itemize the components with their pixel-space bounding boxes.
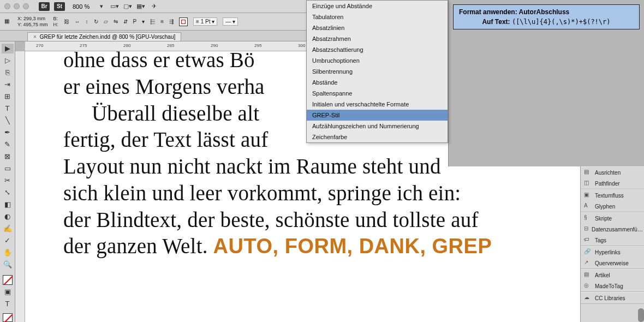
close-tab-icon[interactable]: ×: [33, 34, 37, 40]
crossref-icon: ↗: [584, 259, 592, 267]
panel-ausrichten[interactable]: ▤Ausrichten: [581, 167, 644, 178]
align-right-icon[interactable]: ⇶: [169, 19, 174, 25]
rotate-icon[interactable]: ↻: [94, 19, 98, 25]
stroke-weight[interactable]: ≡ 1 Pt ▾: [193, 17, 217, 26]
scale-y-icon[interactable]: ↕: [86, 19, 88, 25]
minimize-window-icon[interactable]: [14, 3, 20, 9]
menu-item[interactable]: Silbentrennung: [307, 66, 448, 77]
menu-item[interactable]: Zeichenfarbe: [307, 132, 448, 142]
panel-glyphen[interactable]: AGlyphen: [581, 201, 644, 212]
menu-item[interactable]: Initialen und verschachtelte Formate: [307, 99, 448, 110]
panel-cc-libraries[interactable]: ☁CC Libraries: [581, 293, 644, 303]
styled-grep-text: AUTO, FORM, DANK, GREP: [213, 235, 492, 258]
x-value[interactable]: 299,3 mm: [23, 16, 45, 21]
grep-style-info-panel: Format anwenden: AutorAbschluss Auf Text…: [448, 0, 644, 166]
maximize-window-icon[interactable]: [23, 3, 29, 9]
flip-v-icon[interactable]: ⇵: [123, 19, 128, 25]
screen-mode-icon[interactable]: ▢▾: [123, 2, 132, 11]
combo-icon[interactable]: ▾: [142, 19, 145, 25]
panel-madetotag[interactable]: ◎MadeToTag: [581, 281, 644, 291]
menu-item[interactable]: Tabulatoren: [307, 11, 448, 22]
panel-hyperlinks[interactable]: 🔗Hyperlinks: [581, 247, 644, 258]
window-controls: [4, 3, 34, 9]
article-icon: ▤: [584, 271, 592, 279]
arrange-icon[interactable]: ▦▾: [136, 2, 145, 11]
wh-coords: B: H:: [53, 16, 58, 27]
link-icon[interactable]: ⛓: [64, 19, 69, 25]
rocket-icon[interactable]: ✈: [150, 2, 158, 11]
menu-item[interactable]: Abstände: [307, 77, 448, 88]
align-icon: ▤: [584, 169, 592, 176]
scripts-icon: §: [584, 214, 592, 222]
glyphs-icon: A: [584, 202, 592, 210]
dock-scrollbar[interactable]: [638, 308, 644, 322]
menu-item[interactable]: Absatzrahmen: [307, 33, 448, 44]
bridge-button[interactable]: Br: [39, 2, 50, 11]
madetotag-icon: ◎: [584, 282, 592, 290]
menu-item[interactable]: Umbruchoptionen: [307, 55, 448, 66]
menu-item[interactable]: Absatzschattierung: [307, 44, 448, 55]
panel-dock: ▤Ausrichten ◫Pathfinder ▣Textumfluss AGl…: [580, 166, 644, 322]
shear-icon[interactable]: ▱: [104, 19, 108, 25]
grep-style-entry[interactable]: Format anwenden: AutorAbschluss Auf Text…: [453, 4, 640, 29]
xy-coords: X: 299,3 mm Y: 495,75 mm: [17, 16, 48, 27]
panel-skripte[interactable]: §Skripte: [581, 213, 644, 224]
menu-item[interactable]: Absatzlinien: [307, 22, 448, 33]
view-options-icon[interactable]: ▭▾: [110, 2, 119, 11]
chevron-down-icon[interactable]: ▾: [97, 2, 106, 11]
panel-artikel[interactable]: ▤Artikel: [581, 270, 644, 281]
panel-pathfinder[interactable]: ◫Pathfinder: [581, 178, 644, 189]
panel-datamerge[interactable]: ⊟Datenzusammenfü…: [581, 224, 644, 235]
paragraph-style-options-menu: Einzüge und Abstände Tabulatoren Absatzl…: [306, 0, 448, 143]
hyperlink-icon: 🔗: [584, 248, 592, 256]
stock-button[interactable]: St: [54, 2, 65, 11]
menu-item-grep-stil[interactable]: GREP-Stil: [307, 110, 448, 121]
pathfinder-icon: ◫: [584, 180, 592, 187]
document-tab-title: GREP für letzte Zeichen.indd @ 800 % [GP…: [40, 34, 175, 40]
cc-libraries-icon: ☁: [584, 294, 592, 302]
textwrap-icon: ▣: [584, 192, 592, 199]
reference-point-icon[interactable]: ▦: [4, 18, 12, 26]
menu-item[interactable]: Einzüge und Abstände: [307, 1, 448, 11]
menu-item[interactable]: Aufzählungszeichen und Nummerierung: [307, 121, 448, 132]
stroke-style[interactable]: — ▾: [223, 17, 238, 26]
align-left-icon[interactable]: ⬱: [150, 19, 155, 25]
y-value[interactable]: 495,75 mm: [23, 22, 48, 27]
scale-x-icon[interactable]: ↔: [75, 19, 80, 25]
panel-tags[interactable]: 🏷Tags: [581, 235, 644, 246]
datamerge-icon: ⊟: [584, 225, 588, 233]
panel-querverweise[interactable]: ↗Querverweise: [581, 258, 644, 269]
fill-stroke-swatch[interactable]: [179, 17, 188, 26]
tags-icon: 🏷: [584, 236, 592, 244]
align-center-icon[interactable]: ≡: [160, 19, 164, 25]
menu-item[interactable]: Spaltenspanne: [307, 88, 448, 99]
panel-textumfluss[interactable]: ▣Textumfluss: [581, 190, 644, 201]
close-window-icon[interactable]: [4, 3, 10, 9]
p-label: P: [133, 19, 137, 25]
zoom-level[interactable]: 800 %: [69, 3, 93, 10]
flip-h-icon[interactable]: ⇋: [114, 19, 118, 25]
grep-regex: ([\l\u]{4}(,\s)*)+$(?!\r): [512, 18, 611, 26]
document-tab[interactable]: × GREP für letzte Zeichen.indd @ 800 % […: [27, 32, 181, 41]
